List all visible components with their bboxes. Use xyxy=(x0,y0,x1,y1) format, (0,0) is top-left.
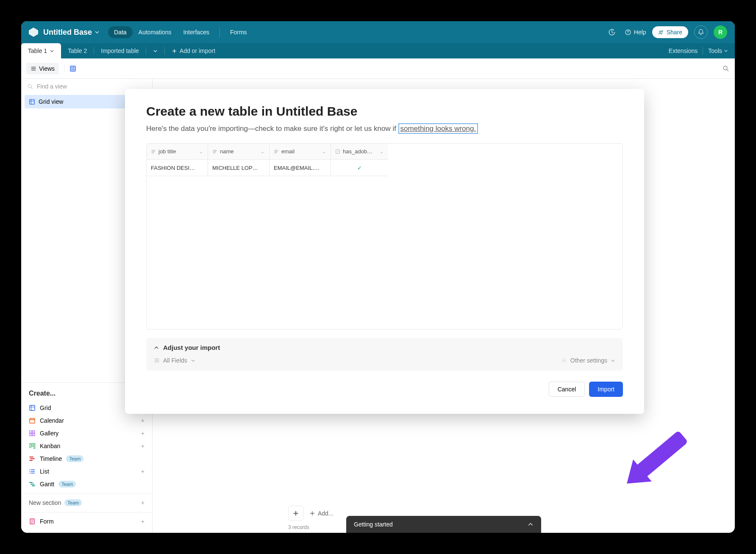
svg-point-15 xyxy=(30,471,31,472)
import-preview-table: job title⌄ FASHION DESI… name⌄ MICHELLE … xyxy=(146,143,623,330)
share-label: Share xyxy=(667,29,682,36)
create-calendar[interactable]: Calendar+ xyxy=(21,414,152,427)
label: Getting started xyxy=(354,521,393,528)
svg-rect-7 xyxy=(30,431,32,433)
label: Adjust your import xyxy=(163,344,220,351)
other-settings-button[interactable]: Other settings xyxy=(561,357,615,364)
add-label: Add or import xyxy=(180,47,215,54)
help-label: Help xyxy=(634,29,646,36)
create-gantt[interactable]: Gantt Team xyxy=(21,478,152,490)
svg-rect-6 xyxy=(30,418,35,423)
col-header-job-title[interactable]: job title⌄ xyxy=(147,144,208,160)
help-button[interactable]: Help xyxy=(625,25,646,39)
col-header-email[interactable]: email⌄ xyxy=(270,144,331,160)
tab-label: Table 1 xyxy=(28,47,47,54)
svg-rect-13 xyxy=(34,443,35,449)
label: Gallery xyxy=(40,430,58,437)
label: email xyxy=(281,148,295,155)
svg-rect-12 xyxy=(32,443,33,446)
all-fields-button[interactable]: All Fields xyxy=(154,357,195,364)
user-avatar[interactable]: R xyxy=(714,25,727,39)
views-button[interactable]: Views xyxy=(26,63,59,75)
svg-rect-1 xyxy=(70,66,75,71)
import-modal: Create a new table in Untitled Base Here… xyxy=(125,89,644,414)
label: Calendar xyxy=(40,417,64,424)
nav-forms[interactable]: Forms xyxy=(224,26,253,38)
grid-icon[interactable] xyxy=(69,65,76,72)
chevron-down-icon[interactable]: ⌄ xyxy=(322,148,326,155)
chevron-down-icon[interactable] xyxy=(94,30,100,35)
chevron-down-icon[interactable]: ⌄ xyxy=(260,148,265,155)
view-label: Grid view xyxy=(39,98,63,105)
team-badge: Team xyxy=(58,481,76,488)
label: Kanban xyxy=(40,443,60,449)
label: job title xyxy=(158,148,176,155)
plus-icon: + xyxy=(141,443,145,449)
chevron-down-icon[interactable]: ⌄ xyxy=(199,148,203,155)
new-section-row[interactable]: New section Team + xyxy=(21,496,152,510)
divider xyxy=(220,28,220,37)
plus-icon: + xyxy=(141,430,145,437)
tools-label: Tools xyxy=(708,47,722,54)
tab-imported-table[interactable]: Imported table xyxy=(94,43,146,58)
something-wrong-link[interactable]: something looks wrong. xyxy=(398,123,478,134)
tools-link[interactable]: Tools xyxy=(708,47,728,54)
svg-rect-11 xyxy=(30,443,31,448)
svg-point-14 xyxy=(30,469,31,470)
cell: MICHELLE LOP… xyxy=(208,160,269,176)
col-header-has-adobe[interactable]: has_adob…⌄ xyxy=(331,144,388,160)
create-timeline[interactable]: Timeline Team xyxy=(21,452,152,465)
label: List xyxy=(40,468,49,475)
check-icon: ✓ xyxy=(357,165,362,171)
svg-point-3 xyxy=(28,84,32,88)
label: name xyxy=(220,148,234,155)
create-form[interactable]: Form+ xyxy=(21,515,152,528)
tab-add-or-import[interactable]: Add or import xyxy=(165,43,222,58)
subtitle-text: Here's the data you're importing—check t… xyxy=(146,125,398,133)
divider xyxy=(703,47,703,55)
label: Gantt xyxy=(40,481,54,488)
add-record-button[interactable] xyxy=(288,506,303,521)
airtable-logo-icon xyxy=(29,28,38,37)
label: Add... xyxy=(318,510,334,517)
find-view-placeholder: Find a view xyxy=(37,83,67,90)
svg-rect-5 xyxy=(30,405,35,410)
team-badge: Team xyxy=(66,455,83,462)
col-header-name[interactable]: name⌄ xyxy=(208,144,269,160)
label: Other settings xyxy=(570,357,607,364)
add-field-button[interactable]: Add... xyxy=(309,510,334,517)
adjust-import-section: Adjust your import All Fields Other sett… xyxy=(146,338,623,371)
label: All Fields xyxy=(163,357,187,364)
tab-table-1[interactable]: Table 1 xyxy=(21,43,61,58)
divider xyxy=(64,64,64,73)
topbar: Untitled Base Data Automations Interface… xyxy=(21,21,735,43)
chevron-down-icon[interactable]: ⌄ xyxy=(379,148,384,155)
create-kanban[interactable]: Kanban+ xyxy=(21,440,152,452)
svg-rect-4 xyxy=(30,99,34,104)
notifications-button[interactable] xyxy=(694,25,708,39)
tab-table-2[interactable]: Table 2 xyxy=(61,43,94,58)
cell: FASHION DESI… xyxy=(147,160,208,176)
history-icon[interactable] xyxy=(605,25,619,39)
svg-rect-9 xyxy=(30,434,32,436)
nav-data[interactable]: Data xyxy=(108,26,133,38)
label: Grid xyxy=(40,404,51,411)
base-name[interactable]: Untitled Base xyxy=(43,28,92,37)
plus-icon: + xyxy=(141,468,145,475)
share-button[interactable]: Share xyxy=(652,26,688,38)
nav-interfaces[interactable]: Interfaces xyxy=(177,26,215,38)
adjust-import-toggle[interactable]: Adjust your import xyxy=(154,344,615,351)
plus-icon: + xyxy=(141,499,145,506)
tab-dropdown[interactable] xyxy=(146,43,164,58)
create-list[interactable]: List+ xyxy=(21,465,152,478)
import-button[interactable]: Import xyxy=(589,382,623,397)
chevron-up-icon xyxy=(528,521,534,527)
svg-rect-8 xyxy=(33,431,35,433)
table-tabs: Table 1 Table 2 Imported table Add or im… xyxy=(21,43,735,58)
extensions-link[interactable]: Extensions xyxy=(669,47,698,54)
create-gallery[interactable]: Gallery+ xyxy=(21,427,152,440)
cell: EMAIL@EMAIL.… xyxy=(270,160,331,176)
cancel-button[interactable]: Cancel xyxy=(549,382,585,397)
getting-started-bar[interactable]: Getting started xyxy=(346,516,541,533)
nav-automations[interactable]: Automations xyxy=(133,26,178,38)
